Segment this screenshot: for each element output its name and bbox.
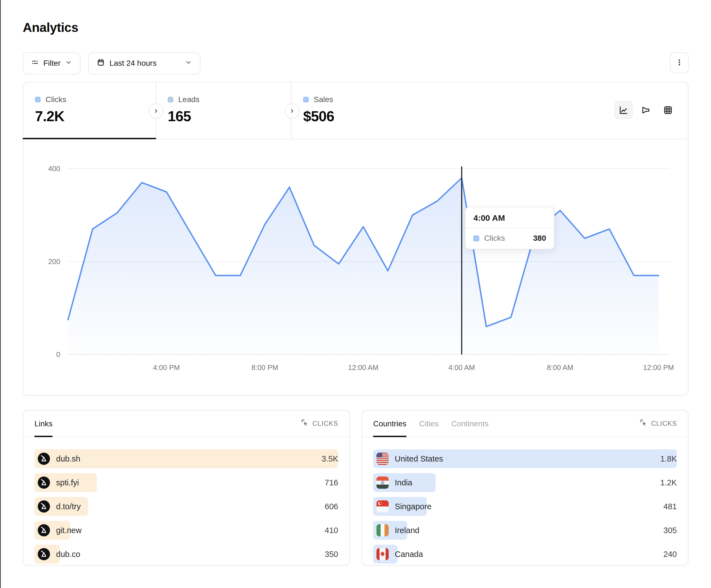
- clicks-swatch-icon: [35, 97, 41, 103]
- list-item[interactable]: Ireland 305: [373, 521, 677, 540]
- countries-panel-header: CountriesCitiesContinents CLICKS: [362, 410, 688, 437]
- funnel-icon: [641, 105, 651, 115]
- flag-in-icon: [376, 476, 389, 489]
- funnel-view-button[interactable]: [637, 101, 655, 119]
- list-item-label: India: [395, 478, 412, 487]
- svg-text:0: 0: [56, 350, 60, 359]
- stat-label: Sales: [314, 95, 333, 104]
- flag-ca-icon: [376, 548, 389, 560]
- cursor-click-icon: [301, 419, 309, 429]
- list-item-value: 606: [325, 502, 338, 511]
- date-range-label: Last 24 hours: [109, 59, 156, 68]
- list-item-label: Ireland: [395, 526, 419, 535]
- line-chart-icon: [619, 105, 628, 115]
- list-item[interactable]: dub.sh 3.5K: [35, 449, 338, 468]
- list-item-value: 1.8K: [660, 454, 677, 463]
- links-list: dub.sh 3.5K spti.fyi 716 d.to/try 606 gi…: [23, 437, 349, 564]
- svg-text:12:00 AM: 12:00 AM: [348, 363, 379, 372]
- list-item-label: Singapore: [395, 502, 431, 511]
- flag-canada-icon: [376, 548, 389, 560]
- list-item-value: 305: [664, 526, 677, 535]
- list-item[interactable]: spti.fyi 716: [35, 473, 338, 492]
- kebab-icon: [675, 58, 684, 67]
- clicks-time-series-chart[interactable]: 02004004:00 PM8:00 PM12:00 AM4:00 AM8:00…: [23, 139, 688, 395]
- metric-selector[interactable]: CLICKS: [639, 410, 677, 436]
- countries-panel-tabs: CountriesCitiesContinents: [373, 410, 489, 436]
- tooltip-time: 4:00 AM: [466, 207, 554, 228]
- table-view-button[interactable]: [659, 101, 677, 119]
- svg-text:12:00 PM: 12:00 PM: [643, 363, 674, 372]
- calendar-icon: [96, 58, 105, 68]
- stat-label: Clicks: [45, 95, 66, 104]
- list-item[interactable]: United States 1.8K: [373, 449, 677, 468]
- stat-value: 7.2K: [35, 108, 155, 125]
- stat-value: $506: [303, 108, 436, 125]
- metric-label: CLICKS: [312, 420, 338, 427]
- next-stat-button[interactable]: [284, 104, 300, 118]
- filter-icon: [31, 59, 39, 68]
- metric-label: CLICKS: [651, 420, 677, 427]
- toolbar: Filter Last 24 hours: [23, 52, 200, 74]
- tooltip-value: 380: [533, 234, 546, 243]
- analytics-card: Clicks 7.2K Leads 165 Sales $506: [23, 82, 689, 396]
- flag-ie-icon: [376, 524, 389, 537]
- list-item[interactable]: Singapore 481: [373, 497, 677, 516]
- table-grid-icon: [663, 105, 673, 115]
- list-item-value: 3.5K: [322, 454, 338, 463]
- list-item[interactable]: India 1.2K: [373, 473, 677, 492]
- list-item-label: United States: [395, 454, 443, 463]
- list-item[interactable]: dub.co 350: [35, 545, 338, 564]
- chevron-down-icon: [65, 59, 72, 68]
- flag-us-icon: [376, 453, 389, 465]
- list-item[interactable]: git.new 410: [35, 521, 338, 540]
- tab-continents[interactable]: Continents: [451, 410, 489, 437]
- svg-text:200: 200: [48, 257, 60, 266]
- window-edge-strip: [0, 0, 1, 588]
- list-item-value: 1.2K: [660, 478, 677, 487]
- dub-logo-icon: [38, 500, 50, 513]
- line-chart-view-button[interactable]: [615, 101, 632, 119]
- sales-swatch-icon: [303, 97, 309, 103]
- tab-leads[interactable]: Leads 165: [156, 82, 292, 139]
- list-item-label: Canada: [395, 550, 423, 559]
- more-options-button[interactable]: [670, 52, 689, 73]
- chart-view-toggles: [615, 101, 677, 119]
- svg-text:4:00 PM: 4:00 PM: [153, 363, 180, 372]
- next-stat-button[interactable]: [149, 104, 164, 118]
- links-panel: Links CLICKS dub.sh 3.5K spti.fyi 716 d.…: [23, 410, 350, 566]
- tab-links[interactable]: Links: [35, 410, 52, 437]
- tab-sales[interactable]: Sales $506: [292, 82, 436, 139]
- tab-countries[interactable]: Countries: [373, 410, 406, 437]
- flag-singapore-icon: [376, 500, 389, 513]
- svg-text:400: 400: [48, 164, 60, 173]
- tab-clicks[interactable]: Clicks 7.2K: [23, 82, 156, 139]
- metric-selector[interactable]: CLICKS: [301, 410, 338, 436]
- list-item[interactable]: d.to/try 606: [35, 497, 338, 516]
- flag-india-icon: [376, 476, 389, 489]
- stat-value: 165: [168, 108, 291, 125]
- dub-logo-icon: [38, 524, 50, 537]
- list-item-value: 716: [325, 478, 338, 487]
- links-panel-tabs: Links: [35, 410, 52, 436]
- dub-logo-icon: [38, 500, 50, 513]
- links-panel-header: Links CLICKS: [23, 410, 349, 437]
- filter-button[interactable]: Filter: [23, 52, 81, 74]
- area-chart-canvas: 02004004:00 PM8:00 PM12:00 AM4:00 AM8:00…: [23, 139, 688, 395]
- date-range-button[interactable]: Last 24 hours: [88, 52, 200, 74]
- tooltip-series-label: Clicks: [484, 234, 528, 243]
- stat-label: Leads: [178, 95, 199, 104]
- filter-button-label: Filter: [43, 59, 61, 68]
- dub-logo-icon: [38, 524, 50, 537]
- list-item-label: dub.co: [56, 550, 80, 559]
- list-item[interactable]: Canada 240: [373, 545, 677, 564]
- svg-text:8:00 AM: 8:00 AM: [547, 363, 573, 372]
- dub-logo-icon: [38, 476, 50, 489]
- dub-logo-icon: [38, 476, 50, 489]
- dub-logo-icon: [38, 548, 50, 560]
- dub-logo-icon: [38, 453, 50, 465]
- chevron-down-icon: [185, 59, 192, 68]
- tab-cities[interactable]: Cities: [419, 410, 439, 437]
- list-item-value: 240: [664, 550, 677, 559]
- stats-tabs-row: Clicks 7.2K Leads 165 Sales $506: [23, 82, 688, 139]
- list-item-value: 410: [325, 526, 338, 535]
